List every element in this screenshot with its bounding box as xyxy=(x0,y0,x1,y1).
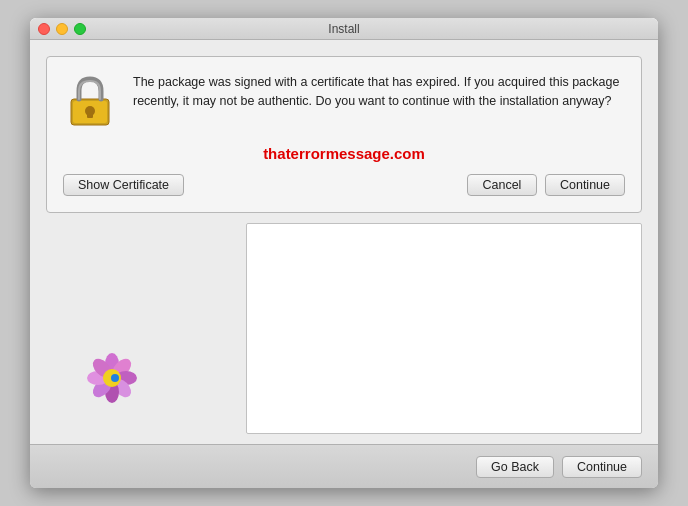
window-body: The package was signed with a certificat… xyxy=(30,40,658,488)
go-back-button[interactable]: Go Back xyxy=(476,456,554,478)
titlebar: Install xyxy=(30,18,658,40)
alert-buttons-right: Cancel Continue xyxy=(467,174,625,196)
window-title: Install xyxy=(328,22,359,36)
svg-point-13 xyxy=(111,374,119,382)
close-button[interactable] xyxy=(38,23,50,35)
alert-message: The package was signed with a certificat… xyxy=(133,73,625,111)
alert-panel: The package was signed with a certificat… xyxy=(46,56,642,213)
traffic-lights xyxy=(38,23,86,35)
alert-content: The package was signed with a certificat… xyxy=(63,73,625,129)
flower-icon xyxy=(86,352,138,404)
install-window: Install xyxy=(30,18,658,488)
bottom-continue-button[interactable]: Continue xyxy=(562,456,642,478)
cancel-button[interactable]: Cancel xyxy=(467,174,537,196)
show-certificate-button[interactable]: Show Certificate xyxy=(63,174,184,196)
bottom-bar: Go Back Continue xyxy=(30,444,658,488)
lock-icon xyxy=(63,73,119,129)
content-area xyxy=(30,213,658,444)
svg-rect-3 xyxy=(87,111,93,118)
alert-buttons: Show Certificate Cancel Continue xyxy=(63,174,625,196)
right-pane xyxy=(246,223,642,434)
continue-button[interactable]: Continue xyxy=(545,174,625,196)
maximize-button[interactable] xyxy=(74,23,86,35)
minimize-button[interactable] xyxy=(56,23,68,35)
left-pane xyxy=(46,223,236,434)
watermark: thaterrormessage.com xyxy=(63,145,625,162)
